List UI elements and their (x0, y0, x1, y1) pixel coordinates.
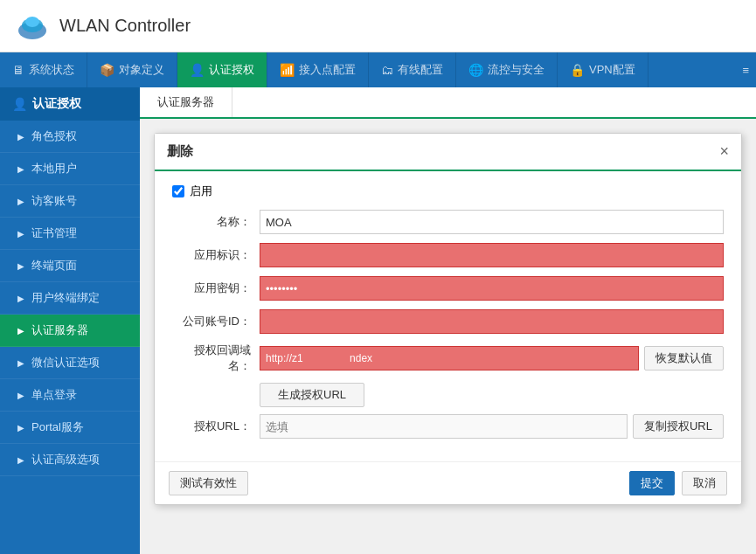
auth-icon: 👤 (190, 63, 205, 77)
nav-auth-label: 认证授权 (209, 62, 254, 78)
edit-dialog: 删除 × 启用 名称： 应用标识： (154, 133, 742, 505)
dialog-title: 删除 (167, 143, 193, 160)
app-logo (14, 8, 51, 45)
sidebar-item-sso[interactable]: ▶ 单点登录 (0, 379, 140, 412)
company-id-label: 公司账号ID： (172, 314, 251, 329)
app-secret-row: 应用密钥： (172, 276, 724, 301)
arrow-icon: ▶ (17, 358, 24, 368)
arrow-icon: ▶ (17, 455, 24, 465)
cancel-button[interactable]: 取消 (682, 471, 727, 495)
nav-more-icon: ≡ (742, 64, 749, 77)
sidebar-header-icon: 👤 (12, 97, 27, 111)
name-input[interactable] (260, 210, 724, 234)
sidebar-item-guest-account[interactable]: ▶ 访客账号 (0, 185, 140, 218)
sidebar-item-auth-server-label: 认证服务器 (31, 322, 88, 338)
name-label: 名称： (172, 214, 251, 230)
vpn-config-icon: 🔒 (570, 63, 585, 77)
nav-vpn-config[interactable]: 🔒 VPN配置 (558, 52, 648, 87)
auth-url-label: 授权URL： (172, 419, 251, 434)
nav-object-def[interactable]: 📦 对象定义 (87, 52, 177, 87)
nav-system-status-label: 系统状态 (29, 62, 74, 78)
sidebar-item-portal-service[interactable]: ▶ Portal服务 (0, 412, 140, 444)
nav-wired-config[interactable]: 🗂 有线配置 (369, 52, 456, 87)
sidebar-item-user-binding-label: 用户终端绑定 (31, 290, 100, 306)
generate-url-button[interactable]: 生成授权URL (260, 383, 364, 407)
main-navbar: 🖥 系统状态 📦 对象定义 👤 认证授权 📶 接入点配置 🗂 有线配置 🌐 流控… (0, 52, 756, 87)
sidebar-item-auth-advanced[interactable]: ▶ 认证高级选项 (0, 444, 140, 476)
copy-url-button[interactable]: 复制授权URL (633, 414, 724, 439)
wired-config-icon: 🗂 (381, 63, 393, 77)
sidebar-item-local-user[interactable]: ▶ 本地用户 (0, 153, 140, 185)
content-tab-auth-server[interactable]: 认证服务器 (140, 87, 232, 117)
nav-more-button[interactable]: ≡ (735, 52, 756, 87)
arrow-icon: ▶ (17, 326, 24, 336)
enable-checkbox[interactable] (172, 185, 184, 197)
ap-config-icon: 📶 (280, 63, 295, 77)
content-header: 认证服务器 (140, 87, 756, 119)
arrow-icon: ▶ (17, 132, 24, 142)
footer-right-buttons: 提交 取消 (629, 471, 727, 495)
flow-security-icon: 🌐 (468, 63, 483, 77)
content-area: 认证服务器 删除 × 启用 名称： (140, 87, 756, 554)
sidebar-item-role-auth-label: 角色授权 (31, 128, 77, 144)
app-secret-input[interactable] (260, 276, 724, 301)
sidebar-item-wechat-auth[interactable]: ▶ 微信认证选项 (0, 347, 140, 379)
nav-ap-config-label: 接入点配置 (299, 62, 356, 78)
company-id-row: 公司账号ID： (172, 309, 724, 334)
system-status-icon: 🖥 (12, 63, 24, 77)
sidebar-item-portal-service-label: Portal服务 (31, 419, 84, 435)
nav-system-status[interactable]: 🖥 系统状态 (0, 52, 87, 87)
arrow-icon: ▶ (17, 229, 24, 239)
nav-wired-config-label: 有线配置 (398, 62, 443, 78)
nav-object-def-label: 对象定义 (119, 62, 164, 78)
auth-domain-label: 授权回调域名： (172, 343, 251, 374)
company-id-input[interactable] (260, 309, 724, 334)
submit-button[interactable]: 提交 (629, 471, 675, 495)
enable-label: 启用 (190, 184, 212, 199)
main-layout: 👤 认证授权 ▶ 角色授权 ▶ 本地用户 ▶ 访客账号 ▶ 证书管理 ▶ 终端页… (0, 87, 756, 554)
object-def-icon: 📦 (100, 63, 114, 77)
dialog-body: 启用 名称： 应用标识： 应用密钥： (155, 171, 741, 461)
nav-flow-security[interactable]: 🌐 流控与安全 (456, 52, 558, 87)
auth-url-input[interactable] (260, 414, 628, 439)
dialog-footer: 测试有效性 提交 取消 (155, 461, 741, 504)
sidebar: 👤 认证授权 ▶ 角色授权 ▶ 本地用户 ▶ 访客账号 ▶ 证书管理 ▶ 终端页… (0, 87, 140, 554)
enable-row: 启用 (172, 184, 724, 199)
sidebar-item-terminal-page-label: 终端页面 (31, 258, 77, 274)
nav-vpn-config-label: VPN配置 (589, 62, 635, 78)
app-secret-label: 应用密钥： (172, 280, 251, 296)
nav-flow-security-label: 流控与安全 (488, 62, 544, 78)
nav-auth[interactable]: 👤 认证授权 (177, 52, 267, 87)
sidebar-item-user-binding[interactable]: ▶ 用户终端绑定 (0, 282, 140, 315)
app-id-input[interactable] (260, 243, 724, 267)
app-id-row: 应用标识： (172, 243, 724, 267)
arrow-icon: ▶ (17, 261, 24, 271)
generate-url-row: 生成授权URL (260, 383, 724, 407)
content-tab-label: 认证服务器 (157, 95, 214, 108)
test-validity-button[interactable]: 测试有效性 (169, 471, 248, 495)
arrow-icon: ▶ (17, 197, 24, 206)
sidebar-item-sso-label: 单点登录 (31, 387, 77, 403)
app-id-label: 应用标识： (172, 247, 251, 263)
auth-domain-row: 授权回调域名： http://z1 ndex 恢复默认值 (172, 343, 724, 374)
sidebar-item-guest-account-label: 访客账号 (31, 193, 77, 209)
app-header: WLAN Controller (0, 0, 756, 52)
dialog-title-bar: 删除 × (155, 134, 741, 171)
sidebar-item-cert-mgmt-label: 证书管理 (31, 225, 77, 241)
nav-ap-config[interactable]: 📶 接入点配置 (267, 52, 369, 87)
restore-default-button[interactable]: 恢复默认值 (644, 346, 724, 370)
arrow-icon: ▶ (17, 294, 24, 303)
sidebar-item-role-auth[interactable]: ▶ 角色授权 (0, 121, 140, 153)
sidebar-item-terminal-page[interactable]: ▶ 终端页面 (0, 250, 140, 282)
arrow-icon: ▶ (17, 391, 24, 400)
sidebar-item-auth-server[interactable]: ▶ 认证服务器 (0, 315, 140, 347)
dialog-close-button[interactable]: × (719, 142, 729, 161)
name-row: 名称： (172, 210, 724, 234)
content-body: 删除 × 启用 名称： 应用标识： (140, 119, 756, 519)
auth-domain-url-display: http://z1 ndex (260, 346, 639, 370)
sidebar-item-auth-advanced-label: 认证高级选项 (31, 452, 100, 467)
svg-point-2 (25, 17, 39, 27)
auth-url-row: 授权URL： 复制授权URL (172, 414, 724, 439)
app-title: WLAN Controller (59, 16, 191, 36)
sidebar-item-cert-mgmt[interactable]: ▶ 证书管理 (0, 218, 140, 250)
